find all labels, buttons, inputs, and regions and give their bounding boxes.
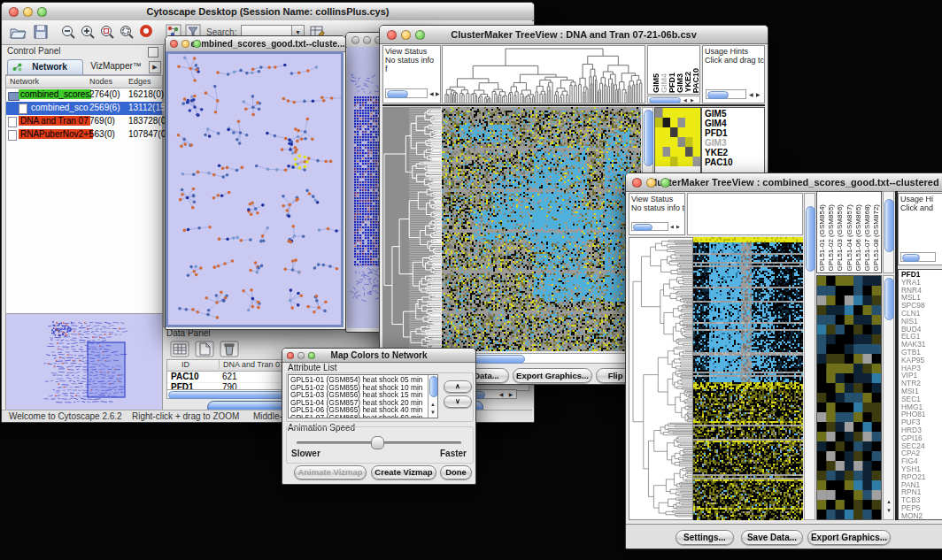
- network-list-row[interactable]: combined_sco2569(6)13112(15): [6, 102, 162, 115]
- network-overview-canvas[interactable]: [6, 314, 160, 410]
- column-label[interactable]: PAC10: [691, 68, 700, 93]
- network-list-header-cell[interactable]: Nodes: [89, 77, 112, 86]
- gene-label[interactable]: PFD1: [705, 128, 764, 138]
- tv1-hints-scrollbar[interactable]: [706, 89, 746, 99]
- minimize-button[interactable]: [401, 30, 411, 40]
- tv1-row-dendrogram[interactable]: [382, 107, 441, 351]
- zoom-in-icon[interactable]: [80, 24, 96, 40]
- tv1-collabel-scroll-pill[interactable]: [649, 97, 681, 104]
- tv2-status-scroll-pill[interactable]: [633, 224, 652, 231]
- zoom-window-button[interactable]: [37, 7, 47, 17]
- close-button[interactable]: [387, 30, 397, 40]
- gene-label[interactable]: GIM3: [705, 138, 764, 148]
- tv1-heatmap-canvas[interactable]: [442, 107, 641, 351]
- scroll-right-icon[interactable]: ▶: [691, 98, 694, 103]
- zoom-selected-icon[interactable]: [99, 24, 115, 40]
- network-name[interactable]: RNAPuberNov2+!: [19, 129, 93, 139]
- network-overview-panel[interactable]: [5, 313, 163, 412]
- tv2-detail-vscrollbar[interactable]: ▲ ▼: [883, 275, 894, 520]
- tv1-row-dendrogram-canvas[interactable]: [382, 107, 441, 351]
- scroll-right-icon[interactable]: ▶: [506, 392, 515, 397]
- network-name[interactable]: DNA and Tran 07: [19, 116, 90, 126]
- gene-label[interactable]: GIM5: [705, 109, 764, 119]
- column-label[interactable]: GPL51-07 (GSM868): [863, 204, 871, 272]
- close-button[interactable]: [287, 352, 294, 359]
- network-name[interactable]: combined_scores: [19, 89, 91, 99]
- treeview2-window[interactable]: ClusterMaker TreeView : combined_scores_…: [625, 173, 942, 549]
- minimize-button[interactable]: [23, 7, 33, 17]
- close-button[interactable]: [632, 178, 642, 188]
- gene-label[interactable]: MON2: [901, 512, 942, 520]
- tv2-heatmap-vscrollbar[interactable]: [804, 193, 815, 520]
- scroll-left-icon[interactable]: ◀: [670, 225, 674, 229]
- animate-vizmap-button[interactable]: Animate Vizmap: [294, 465, 367, 479]
- main-titlebar[interactable]: Cytoscape Desktop (Session Name: collins…: [2, 3, 534, 21]
- tv2-detail-canvas[interactable]: [817, 276, 881, 519]
- minimize-button[interactable]: [297, 352, 305, 359]
- column-label[interactable]: GPL51-06 (GSM865): [854, 204, 862, 272]
- zoom-out-icon[interactable]: [60, 24, 76, 40]
- attribute-scroll-pill[interactable]: [429, 376, 438, 397]
- scroll-left-icon[interactable]: ◀: [497, 392, 506, 397]
- zoom-fit-icon[interactable]: [119, 24, 135, 40]
- minimize-button[interactable]: [363, 36, 371, 44]
- column-label[interactable]: GPL51-08 (GSM872): [872, 204, 880, 272]
- close-button[interactable]: [351, 36, 359, 44]
- move-up-button[interactable]: ∧: [444, 380, 472, 393]
- minimize-button[interactable]: [181, 40, 189, 48]
- column-label[interactable]: GPL51-01 (GSM854): [818, 204, 826, 272]
- network-list-header-cell[interactable]: Edges: [128, 77, 151, 86]
- scroll-left-icon[interactable]: ◀: [683, 98, 687, 103]
- column-label[interactable]: GPL51-02 (GSM855): [827, 204, 835, 272]
- tv1-detail-canvas[interactable]: [655, 108, 700, 166]
- col-id[interactable]: ID: [181, 360, 189, 369]
- delete-attribute-icon[interactable]: [220, 341, 239, 357]
- tv2-settings-button[interactable]: Settings...: [676, 530, 734, 545]
- tv1-collabel-scrollbar[interactable]: ◀ ▶: [647, 96, 700, 104]
- network-view-canvas[interactable]: [168, 54, 341, 325]
- help-lifesaver-icon[interactable]: [140, 25, 152, 37]
- attribute-table-icon[interactable]: [170, 341, 189, 357]
- scroll-right-icon[interactable]: ▶: [436, 91, 440, 96]
- scroll-down-icon[interactable]: ▼: [886, 508, 892, 513]
- tv2-heatmap-canvas[interactable]: [693, 237, 803, 520]
- scroll-up-icon[interactable]: ▲: [886, 499, 892, 504]
- minimize-button[interactable]: [646, 178, 656, 188]
- network-list-header-cell[interactable]: Network: [10, 77, 39, 86]
- scroll-down-icon[interactable]: ▼: [430, 410, 436, 415]
- treeview2-titlebar[interactable]: ClusterMaker TreeView : combined_scores_…: [626, 173, 942, 192]
- close-button[interactable]: [170, 40, 178, 48]
- tv2-status-scrollbar[interactable]: [631, 222, 668, 231]
- tab-network[interactable]: Network: [7, 59, 83, 74]
- tv2-save-data-button[interactable]: Save Data...: [741, 530, 803, 545]
- scroll-right-icon[interactable]: ▶: [756, 92, 761, 97]
- tv2-collabel-scroll-pill[interactable]: [884, 199, 894, 252]
- tv1-column-dendrogram[interactable]: [442, 45, 645, 104]
- attribute-list[interactable]: GPL51-01 (GSM854) heat shock 05 minGPL51…: [288, 374, 438, 418]
- gene-label[interactable]: GIM4: [705, 119, 764, 128]
- network-list-row[interactable]: combined_scores2764(0)16218(0): [6, 88, 162, 102]
- tv2-row-dendrogram[interactable]: [629, 237, 693, 520]
- scroll-right-icon[interactable]: ▶: [676, 225, 680, 229]
- tv1-status-scrollbar[interactable]: [385, 88, 428, 98]
- map-colors-dialog[interactable]: Map Colors to Network Attribute List GPL…: [282, 348, 476, 485]
- zoom-window-button[interactable]: [308, 352, 315, 359]
- gene-label[interactable]: PAC10: [705, 157, 764, 167]
- attribute-list-scrollbar[interactable]: ▲ ▼: [428, 375, 437, 418]
- tv1-column-dendrogram-canvas[interactable]: [443, 46, 645, 103]
- create-vizmap-button[interactable]: Create Vizmap: [371, 465, 436, 479]
- tv2-row-dendrogram-canvas[interactable]: [629, 238, 692, 519]
- done-button[interactable]: Done: [440, 465, 472, 479]
- treeview1-titlebar[interactable]: ClusterMaker TreeView : DNA and Tran 07-…: [380, 26, 768, 44]
- tv2-heatmap[interactable]: [693, 237, 803, 520]
- network-name[interactable]: combined_sco: [29, 103, 89, 112]
- move-down-button[interactable]: ∨: [444, 395, 472, 408]
- tv1-hints-scroll-pill[interactable]: [707, 91, 729, 99]
- open-session-icon[interactable]: [9, 24, 27, 40]
- column-label[interactable]: GPL51-04 (GSM857): [845, 204, 853, 272]
- tv2-export-graphics-button[interactable]: Export Graphics...: [807, 530, 891, 545]
- network-list-row[interactable]: RNAPuberNov2+!563(0)107847(0): [6, 128, 162, 142]
- tab-vizmapper[interactable]: VizMapper™: [87, 61, 145, 73]
- save-session-icon[interactable]: [33, 24, 49, 40]
- zoom-window-button[interactable]: [660, 178, 670, 188]
